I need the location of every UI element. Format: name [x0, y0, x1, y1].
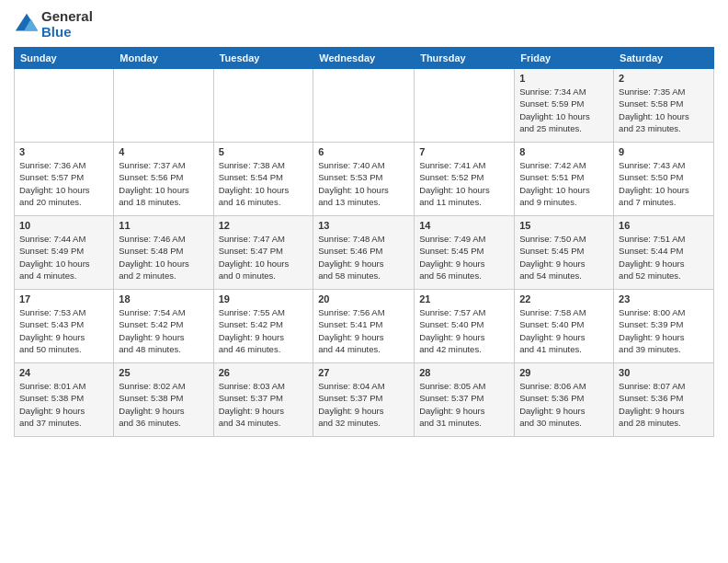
calendar-cell: 21Sunrise: 7:57 AMSunset: 5:40 PMDayligh… — [415, 290, 515, 363]
calendar: SundayMondayTuesdayWednesdayThursdayFrid… — [14, 47, 714, 437]
calendar-cell: 23Sunrise: 8:00 AMSunset: 5:39 PMDayligh… — [614, 290, 714, 363]
day-number: 28 — [419, 367, 509, 378]
calendar-cell: 18Sunrise: 7:54 AMSunset: 5:42 PMDayligh… — [114, 290, 213, 363]
day-info: Sunrise: 8:01 AMSunset: 5:38 PMDaylight:… — [19, 380, 108, 429]
day-info: Sunrise: 7:55 AMSunset: 5:42 PMDaylight:… — [219, 306, 309, 355]
day-number: 12 — [219, 220, 309, 231]
day-number: 3 — [19, 146, 108, 157]
calendar-cell: 12Sunrise: 7:47 AMSunset: 5:47 PMDayligh… — [213, 216, 313, 290]
col-header-saturday: Saturday — [614, 48, 714, 69]
day-number: 6 — [318, 146, 409, 157]
day-number: 25 — [119, 367, 208, 378]
col-header-tuesday: Tuesday — [213, 48, 313, 69]
day-info: Sunrise: 7:43 AMSunset: 5:50 PMDaylight:… — [619, 159, 709, 208]
day-info: Sunrise: 8:06 AMSunset: 5:36 PMDaylight:… — [519, 380, 609, 429]
calendar-cell: 13Sunrise: 7:48 AMSunset: 5:46 PMDayligh… — [313, 216, 415, 290]
day-info: Sunrise: 7:35 AMSunset: 5:58 PMDaylight:… — [619, 86, 709, 134]
calendar-cell: 15Sunrise: 7:50 AMSunset: 5:45 PMDayligh… — [515, 216, 614, 290]
day-info: Sunrise: 7:46 AMSunset: 5:48 PMDaylight:… — [119, 233, 208, 282]
day-info: Sunrise: 7:47 AMSunset: 5:47 PMDaylight:… — [219, 233, 309, 282]
day-number: 24 — [19, 367, 108, 378]
calendar-cell: 1Sunrise: 7:34 AMSunset: 5:59 PMDaylight… — [515, 69, 614, 143]
day-number: 9 — [619, 146, 709, 157]
day-number: 30 — [619, 367, 709, 378]
logo-text: General Blue — [41, 9, 93, 40]
col-header-thursday: Thursday — [415, 48, 515, 69]
calendar-cell: 5Sunrise: 7:38 AMSunset: 5:54 PMDaylight… — [213, 143, 313, 216]
calendar-cell: 19Sunrise: 7:55 AMSunset: 5:42 PMDayligh… — [213, 290, 313, 363]
day-number: 5 — [219, 146, 309, 157]
calendar-cell: 2Sunrise: 7:35 AMSunset: 5:58 PMDaylight… — [614, 69, 714, 143]
calendar-cell: 29Sunrise: 8:06 AMSunset: 5:36 PMDayligh… — [515, 363, 614, 437]
day-info: Sunrise: 8:07 AMSunset: 5:36 PMDaylight:… — [619, 380, 709, 429]
day-number: 19 — [219, 293, 309, 304]
calendar-cell: 26Sunrise: 8:03 AMSunset: 5:37 PMDayligh… — [213, 363, 313, 437]
calendar-cell: 17Sunrise: 7:53 AMSunset: 5:43 PMDayligh… — [15, 290, 114, 363]
calendar-cell — [213, 69, 313, 143]
day-number: 13 — [318, 220, 409, 231]
calendar-cell: 20Sunrise: 7:56 AMSunset: 5:41 PMDayligh… — [313, 290, 415, 363]
day-info: Sunrise: 7:48 AMSunset: 5:46 PMDaylight:… — [318, 233, 409, 282]
logo-icon — [14, 12, 40, 38]
col-header-monday: Monday — [114, 48, 213, 69]
calendar-cell: 8Sunrise: 7:42 AMSunset: 5:51 PMDaylight… — [515, 143, 614, 216]
day-info: Sunrise: 8:05 AMSunset: 5:37 PMDaylight:… — [419, 380, 509, 429]
calendar-cell: 14Sunrise: 7:49 AMSunset: 5:45 PMDayligh… — [415, 216, 515, 290]
calendar-cell — [415, 69, 515, 143]
day-info: Sunrise: 7:40 AMSunset: 5:53 PMDaylight:… — [318, 159, 409, 208]
header: General Blue — [14, 9, 714, 40]
day-number: 26 — [219, 367, 309, 378]
calendar-cell: 22Sunrise: 7:58 AMSunset: 5:40 PMDayligh… — [515, 290, 614, 363]
day-info: Sunrise: 8:02 AMSunset: 5:38 PMDaylight:… — [119, 380, 208, 429]
calendar-cell — [114, 69, 213, 143]
day-number: 22 — [519, 293, 609, 304]
day-info: Sunrise: 8:03 AMSunset: 5:37 PMDaylight:… — [219, 380, 309, 429]
day-info: Sunrise: 8:04 AMSunset: 5:37 PMDaylight:… — [318, 380, 409, 429]
day-info: Sunrise: 7:36 AMSunset: 5:57 PMDaylight:… — [19, 159, 108, 208]
calendar-cell — [313, 69, 415, 143]
day-number: 15 — [519, 220, 609, 231]
day-number: 29 — [519, 367, 609, 378]
calendar-cell: 7Sunrise: 7:41 AMSunset: 5:52 PMDaylight… — [415, 143, 515, 216]
day-info: Sunrise: 7:42 AMSunset: 5:51 PMDaylight:… — [519, 159, 609, 208]
calendar-cell: 11Sunrise: 7:46 AMSunset: 5:48 PMDayligh… — [114, 216, 213, 290]
calendar-cell: 25Sunrise: 8:02 AMSunset: 5:38 PMDayligh… — [114, 363, 213, 437]
day-info: Sunrise: 7:41 AMSunset: 5:52 PMDaylight:… — [419, 159, 509, 208]
day-number: 21 — [419, 293, 509, 304]
day-number: 11 — [119, 220, 208, 231]
day-info: Sunrise: 7:51 AMSunset: 5:44 PMDaylight:… — [619, 233, 709, 282]
page: General Blue SundayMondayTuesdayWednesda… — [0, 0, 728, 563]
calendar-cell: 30Sunrise: 8:07 AMSunset: 5:36 PMDayligh… — [614, 363, 714, 437]
day-info: Sunrise: 7:44 AMSunset: 5:49 PMDaylight:… — [19, 233, 108, 282]
day-info: Sunrise: 8:00 AMSunset: 5:39 PMDaylight:… — [619, 306, 709, 355]
calendar-cell: 28Sunrise: 8:05 AMSunset: 5:37 PMDayligh… — [415, 363, 515, 437]
day-number: 16 — [619, 220, 709, 231]
day-number: 10 — [19, 220, 108, 231]
day-number: 7 — [419, 146, 509, 157]
col-header-friday: Friday — [515, 48, 614, 69]
day-info: Sunrise: 7:50 AMSunset: 5:45 PMDaylight:… — [519, 233, 609, 282]
logo: General Blue — [14, 9, 93, 40]
day-info: Sunrise: 7:49 AMSunset: 5:45 PMDaylight:… — [419, 233, 509, 282]
day-info: Sunrise: 7:38 AMSunset: 5:54 PMDaylight:… — [219, 159, 309, 208]
day-info: Sunrise: 7:37 AMSunset: 5:56 PMDaylight:… — [119, 159, 208, 208]
calendar-cell: 6Sunrise: 7:40 AMSunset: 5:53 PMDaylight… — [313, 143, 415, 216]
col-header-sunday: Sunday — [15, 48, 114, 69]
day-info: Sunrise: 7:56 AMSunset: 5:41 PMDaylight:… — [318, 306, 409, 355]
day-number: 2 — [619, 73, 709, 84]
calendar-cell: 3Sunrise: 7:36 AMSunset: 5:57 PMDaylight… — [15, 143, 114, 216]
col-header-wednesday: Wednesday — [313, 48, 415, 69]
calendar-cell: 4Sunrise: 7:37 AMSunset: 5:56 PMDaylight… — [114, 143, 213, 216]
calendar-cell: 16Sunrise: 7:51 AMSunset: 5:44 PMDayligh… — [614, 216, 714, 290]
calendar-cell: 27Sunrise: 8:04 AMSunset: 5:37 PMDayligh… — [313, 363, 415, 437]
day-info: Sunrise: 7:54 AMSunset: 5:42 PMDaylight:… — [119, 306, 208, 355]
day-number: 23 — [619, 293, 709, 304]
day-info: Sunrise: 7:57 AMSunset: 5:40 PMDaylight:… — [419, 306, 509, 355]
day-number: 1 — [519, 73, 609, 84]
day-info: Sunrise: 7:53 AMSunset: 5:43 PMDaylight:… — [19, 306, 108, 355]
day-number: 18 — [119, 293, 208, 304]
calendar-cell: 9Sunrise: 7:43 AMSunset: 5:50 PMDaylight… — [614, 143, 714, 216]
day-number: 8 — [519, 146, 609, 157]
day-number: 20 — [318, 293, 409, 304]
calendar-cell: 24Sunrise: 8:01 AMSunset: 5:38 PMDayligh… — [15, 363, 114, 437]
